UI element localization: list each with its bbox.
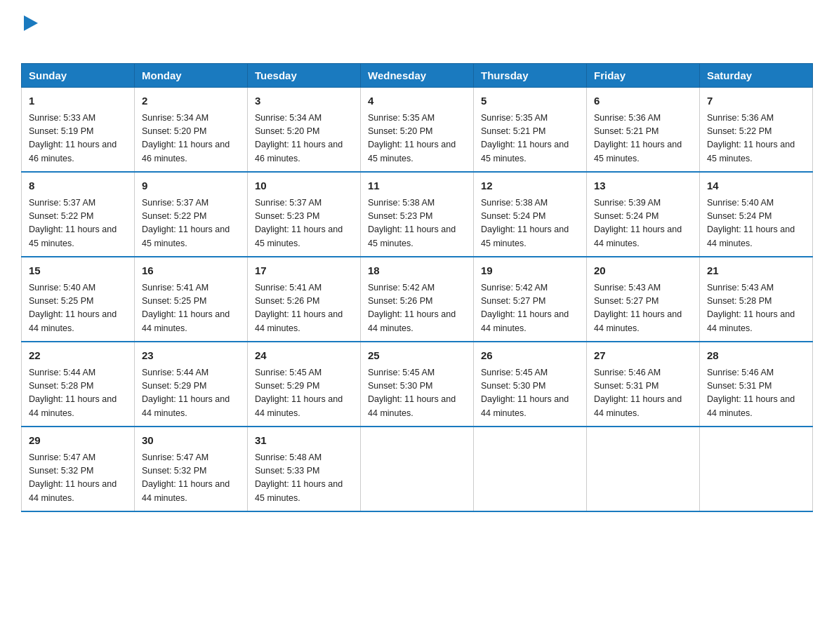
day-number: 4 — [368, 93, 466, 109]
day-number: 8 — [29, 178, 127, 194]
day-info: Sunrise: 5:38 AMSunset: 5:23 PMDaylight:… — [368, 196, 466, 251]
page-header — [21, 14, 813, 51]
day-info: Sunrise: 5:41 AMSunset: 5:25 PMDaylight:… — [142, 281, 240, 336]
day-number: 3 — [255, 93, 353, 109]
day-info: Sunrise: 5:42 AMSunset: 5:26 PMDaylight:… — [368, 281, 466, 336]
day-info: Sunrise: 5:40 AMSunset: 5:24 PMDaylight:… — [707, 196, 805, 251]
day-info: Sunrise: 5:45 AMSunset: 5:30 PMDaylight:… — [368, 366, 466, 421]
day-number: 1 — [29, 93, 127, 109]
day-number: 12 — [481, 178, 579, 194]
day-number: 6 — [594, 93, 692, 109]
calendar-cell: 5Sunrise: 5:35 AMSunset: 5:21 PMDaylight… — [474, 88, 587, 173]
day-info: Sunrise: 5:40 AMSunset: 5:25 PMDaylight:… — [29, 281, 127, 336]
calendar-cell: 24Sunrise: 5:45 AMSunset: 5:29 PMDayligh… — [248, 342, 361, 427]
calendar-cell: 21Sunrise: 5:43 AMSunset: 5:28 PMDayligh… — [700, 257, 813, 342]
day-number: 16 — [142, 263, 240, 279]
calendar-cell: 31Sunrise: 5:48 AMSunset: 5:33 PMDayligh… — [248, 427, 361, 511]
calendar-cell: 16Sunrise: 5:41 AMSunset: 5:25 PMDayligh… — [135, 257, 248, 342]
calendar-week-row: 22Sunrise: 5:44 AMSunset: 5:28 PMDayligh… — [22, 342, 813, 427]
calendar-cell — [361, 427, 474, 511]
day-info: Sunrise: 5:44 AMSunset: 5:29 PMDaylight:… — [142, 366, 240, 421]
calendar-week-row: 8Sunrise: 5:37 AMSunset: 5:22 PMDaylight… — [22, 172, 813, 257]
day-number: 27 — [594, 348, 692, 364]
day-info: Sunrise: 5:45 AMSunset: 5:30 PMDaylight:… — [481, 366, 579, 421]
calendar-table: SundayMondayTuesdayWednesdayThursdayFrid… — [21, 63, 813, 512]
svg-marker-0 — [24, 15, 38, 31]
calendar-cell: 3Sunrise: 5:34 AMSunset: 5:20 PMDaylight… — [248, 88, 361, 173]
logo-arrow-icon — [24, 15, 38, 31]
calendar-cell: 12Sunrise: 5:38 AMSunset: 5:24 PMDayligh… — [474, 172, 587, 257]
day-number: 29 — [29, 433, 127, 449]
calendar-cell: 28Sunrise: 5:46 AMSunset: 5:31 PMDayligh… — [700, 342, 813, 427]
calendar-week-row: 1Sunrise: 5:33 AMSunset: 5:19 PMDaylight… — [22, 88, 813, 173]
day-number: 11 — [368, 178, 466, 194]
day-number: 19 — [481, 263, 579, 279]
day-number: 24 — [255, 348, 353, 364]
calendar-cell: 27Sunrise: 5:46 AMSunset: 5:31 PMDayligh… — [587, 342, 700, 427]
day-info: Sunrise: 5:37 AMSunset: 5:22 PMDaylight:… — [142, 196, 240, 251]
day-info: Sunrise: 5:42 AMSunset: 5:27 PMDaylight:… — [481, 281, 579, 336]
calendar-cell: 23Sunrise: 5:44 AMSunset: 5:29 PMDayligh… — [135, 342, 248, 427]
calendar-cell — [474, 427, 587, 511]
calendar-cell: 13Sunrise: 5:39 AMSunset: 5:24 PMDayligh… — [587, 172, 700, 257]
day-info: Sunrise: 5:34 AMSunset: 5:20 PMDaylight:… — [142, 112, 240, 166]
day-info: Sunrise: 5:35 AMSunset: 5:21 PMDaylight:… — [481, 112, 579, 166]
day-info: Sunrise: 5:44 AMSunset: 5:28 PMDaylight:… — [29, 366, 127, 421]
calendar-cell: 25Sunrise: 5:45 AMSunset: 5:30 PMDayligh… — [361, 342, 474, 427]
day-number: 9 — [142, 178, 240, 194]
calendar-cell: 14Sunrise: 5:40 AMSunset: 5:24 PMDayligh… — [700, 172, 813, 257]
calendar-cell: 17Sunrise: 5:41 AMSunset: 5:26 PMDayligh… — [248, 257, 361, 342]
calendar-cell — [700, 427, 813, 511]
day-info: Sunrise: 5:47 AMSunset: 5:32 PMDaylight:… — [29, 451, 127, 506]
weekday-header-sunday: Sunday — [22, 64, 135, 88]
calendar-cell: 22Sunrise: 5:44 AMSunset: 5:28 PMDayligh… — [22, 342, 135, 427]
day-info: Sunrise: 5:43 AMSunset: 5:28 PMDaylight:… — [707, 281, 805, 336]
logo — [21, 14, 38, 51]
weekday-header-tuesday: Tuesday — [248, 64, 361, 88]
day-info: Sunrise: 5:34 AMSunset: 5:20 PMDaylight:… — [255, 112, 353, 166]
day-number: 30 — [142, 433, 240, 449]
day-info: Sunrise: 5:33 AMSunset: 5:19 PMDaylight:… — [29, 112, 127, 166]
day-number: 2 — [142, 93, 240, 109]
day-number: 14 — [707, 178, 805, 194]
calendar-cell: 26Sunrise: 5:45 AMSunset: 5:30 PMDayligh… — [474, 342, 587, 427]
weekday-header-thursday: Thursday — [474, 64, 587, 88]
day-number: 18 — [368, 263, 466, 279]
calendar-cell: 2Sunrise: 5:34 AMSunset: 5:20 PMDaylight… — [135, 88, 248, 173]
day-number: 22 — [29, 348, 127, 364]
day-number: 15 — [29, 263, 127, 279]
day-number: 5 — [481, 93, 579, 109]
calendar-cell: 30Sunrise: 5:47 AMSunset: 5:32 PMDayligh… — [135, 427, 248, 511]
calendar-cell: 8Sunrise: 5:37 AMSunset: 5:22 PMDaylight… — [22, 172, 135, 257]
calendar-cell: 7Sunrise: 5:36 AMSunset: 5:22 PMDaylight… — [700, 88, 813, 173]
day-number: 31 — [255, 433, 353, 449]
weekday-header-row: SundayMondayTuesdayWednesdayThursdayFrid… — [22, 64, 813, 88]
weekday-header-wednesday: Wednesday — [361, 64, 474, 88]
calendar-cell: 19Sunrise: 5:42 AMSunset: 5:27 PMDayligh… — [474, 257, 587, 342]
day-number: 20 — [594, 263, 692, 279]
day-info: Sunrise: 5:43 AMSunset: 5:27 PMDaylight:… — [594, 281, 692, 336]
calendar-cell: 9Sunrise: 5:37 AMSunset: 5:22 PMDaylight… — [135, 172, 248, 257]
day-number: 26 — [481, 348, 579, 364]
day-info: Sunrise: 5:45 AMSunset: 5:29 PMDaylight:… — [255, 366, 353, 421]
day-number: 17 — [255, 263, 353, 279]
calendar-cell: 29Sunrise: 5:47 AMSunset: 5:32 PMDayligh… — [22, 427, 135, 511]
day-number: 10 — [255, 178, 353, 194]
calendar-cell: 1Sunrise: 5:33 AMSunset: 5:19 PMDaylight… — [22, 88, 135, 173]
day-info: Sunrise: 5:39 AMSunset: 5:24 PMDaylight:… — [594, 196, 692, 251]
day-info: Sunrise: 5:36 AMSunset: 5:22 PMDaylight:… — [707, 112, 805, 166]
day-info: Sunrise: 5:48 AMSunset: 5:33 PMDaylight:… — [255, 451, 353, 506]
day-info: Sunrise: 5:36 AMSunset: 5:21 PMDaylight:… — [594, 112, 692, 166]
day-number: 25 — [368, 348, 466, 364]
day-info: Sunrise: 5:41 AMSunset: 5:26 PMDaylight:… — [255, 281, 353, 336]
day-info: Sunrise: 5:46 AMSunset: 5:31 PMDaylight:… — [707, 366, 805, 421]
weekday-header-saturday: Saturday — [700, 64, 813, 88]
day-info: Sunrise: 5:47 AMSunset: 5:32 PMDaylight:… — [142, 451, 240, 506]
calendar-body: 1Sunrise: 5:33 AMSunset: 5:19 PMDaylight… — [22, 88, 813, 512]
day-info: Sunrise: 5:37 AMSunset: 5:23 PMDaylight:… — [255, 196, 353, 251]
calendar-cell: 11Sunrise: 5:38 AMSunset: 5:23 PMDayligh… — [361, 172, 474, 257]
day-number: 13 — [594, 178, 692, 194]
calendar-cell: 15Sunrise: 5:40 AMSunset: 5:25 PMDayligh… — [22, 257, 135, 342]
calendar-cell: 6Sunrise: 5:36 AMSunset: 5:21 PMDaylight… — [587, 88, 700, 173]
day-number: 28 — [707, 348, 805, 364]
